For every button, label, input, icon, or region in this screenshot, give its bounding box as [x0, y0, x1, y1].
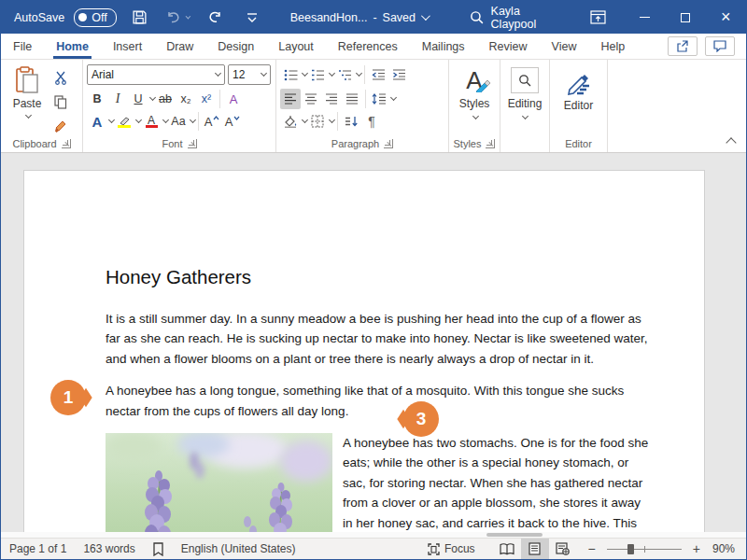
tab-draw[interactable]: Draw [154, 34, 205, 59]
callout-badge-3[interactable]: 3 [403, 401, 439, 437]
web-layout-icon[interactable] [549, 539, 577, 559]
tab-insert[interactable]: Insert [101, 34, 154, 59]
document-page[interactable]: Honey Gatherers It is a still summer day… [23, 170, 705, 538]
minimize-button[interactable] [625, 1, 665, 34]
close-button[interactable]: × [706, 1, 746, 34]
maximize-button[interactable] [665, 1, 705, 34]
strikethrough-button[interactable]: ab [155, 89, 176, 109]
bullets-button[interactable] [280, 64, 301, 85]
underline-button[interactable]: U [128, 89, 148, 109]
show-hide-pilcrow-button[interactable]: ¶ [361, 111, 382, 132]
save-icon[interactable] [126, 7, 154, 29]
editing-button[interactable]: Editing [508, 64, 543, 136]
font-color-button[interactable]: A [141, 111, 162, 132]
copy-icon[interactable] [49, 91, 72, 112]
share-button[interactable] [668, 36, 698, 56]
zoom-out-button[interactable]: − [585, 541, 599, 556]
multilevel-list-button[interactable] [334, 64, 355, 85]
font-dialog-launcher-icon[interactable] [188, 139, 197, 148]
increase-indent-button[interactable] [388, 64, 409, 85]
print-layout-icon[interactable] [521, 539, 549, 559]
paste-button[interactable]: Paste [8, 64, 46, 136]
user-name[interactable]: Kayla Claypool [491, 5, 568, 31]
decrease-indent-button[interactable] [368, 64, 388, 85]
font-color-swatch [146, 125, 158, 128]
ribbon-display-options-icon[interactable] [585, 7, 613, 29]
zoom-slider-thumb[interactable] [627, 544, 634, 554]
shrink-font-button[interactable]: A [222, 111, 243, 132]
borders-chevron-icon[interactable] [329, 117, 335, 123]
chevron-down-icon [421, 11, 430, 21]
multilevel-chevron-icon[interactable] [356, 70, 362, 77]
editor-button[interactable]: Editor [564, 64, 593, 136]
tab-help[interactable]: Help [588, 34, 637, 59]
text-effects-button[interactable]: A [87, 111, 107, 132]
subscript-button[interactable]: x₂ [176, 89, 196, 109]
autosave-label: AutoSave [14, 11, 64, 24]
cut-icon[interactable] [49, 67, 72, 88]
focus-mode-button[interactable]: Focus [419, 539, 484, 559]
styles-button[interactable]: A Styles [459, 64, 490, 136]
align-left-button[interactable] [280, 89, 301, 109]
quick-access-menu-icon[interactable] [238, 7, 266, 29]
lavender-photo[interactable] [106, 433, 332, 538]
clipboard-dialog-launcher-icon[interactable] [62, 139, 71, 148]
redo-icon[interactable] [201, 7, 229, 29]
tab-design[interactable]: Design [205, 34, 266, 59]
change-case-button[interactable]: Aa [168, 111, 189, 132]
tab-review[interactable]: Review [477, 34, 540, 59]
ribbon-spacer [608, 60, 746, 152]
grow-font-button[interactable]: A [202, 111, 222, 132]
justify-button[interactable] [342, 89, 362, 109]
superscript-button[interactable]: x² [196, 89, 217, 109]
search-icon[interactable] [463, 7, 491, 29]
document-title[interactable]: BeesandHon... - Saved [290, 11, 428, 24]
paragraph-dialog-launcher-icon[interactable] [384, 139, 393, 148]
zoom-slider[interactable] [607, 549, 682, 550]
word-count[interactable]: 163 words [75, 539, 143, 559]
font-size-value: 12 [233, 68, 245, 81]
proofing-icon[interactable] [144, 539, 173, 559]
page-count[interactable]: Page 1 of 1 [1, 539, 75, 559]
read-mode-icon[interactable] [493, 539, 521, 559]
tab-layout[interactable]: Layout [266, 34, 326, 59]
borders-button[interactable] [307, 111, 328, 132]
tab-references[interactable]: References [326, 34, 410, 59]
undo-icon[interactable] [163, 7, 191, 29]
highlight-color-button[interactable] [114, 111, 134, 132]
horizontal-scrollbar[interactable] [1, 532, 746, 538]
comments-button[interactable] [705, 36, 735, 56]
shading-button[interactable] [280, 111, 301, 132]
change-case-chevron-icon[interactable] [190, 117, 196, 123]
zoom-in-button[interactable]: + [689, 541, 704, 556]
bold-button[interactable]: B [87, 89, 107, 109]
line-spacing-chevron-icon[interactable] [390, 94, 397, 101]
align-center-button[interactable] [301, 89, 321, 109]
horizontal-scrollbar-thumb[interactable] [486, 533, 543, 537]
font-name-combobox[interactable]: Arial [87, 64, 225, 85]
font-name-value: Arial [92, 68, 114, 81]
callout-badge-1[interactable]: 1 [50, 380, 86, 415]
italic-button[interactable]: I [107, 89, 128, 109]
styles-brush-icon [475, 79, 492, 92]
tab-file[interactable]: File [1, 34, 44, 59]
document-canvas: Honey Gatherers It is a still summer day… [1, 153, 746, 538]
language-status[interactable]: English (United States) [173, 539, 304, 559]
autosave-toggle[interactable]: Off [74, 8, 116, 27]
font-size-combobox[interactable]: 12 [228, 64, 271, 85]
tab-mailings[interactable]: Mailings [410, 34, 477, 59]
document-paragraph-2: A honeybee has a long tongue, something … [106, 381, 649, 421]
tab-view[interactable]: View [540, 34, 589, 59]
styles-dialog-launcher-icon[interactable] [486, 139, 495, 148]
numbering-button[interactable] [307, 64, 328, 85]
align-right-button[interactable] [321, 89, 342, 109]
zoom-level[interactable]: 90% [704, 539, 746, 559]
tab-home[interactable]: Home [44, 34, 101, 59]
sort-button[interactable] [341, 111, 361, 132]
editing-find-icon [511, 67, 539, 93]
editor-group-label: Editor [565, 138, 592, 149]
format-painter-icon[interactable] [49, 116, 72, 136]
line-spacing-button[interactable] [369, 89, 389, 109]
clear-formatting-button[interactable]: A [223, 89, 244, 109]
editor-pencil-icon [564, 67, 592, 95]
